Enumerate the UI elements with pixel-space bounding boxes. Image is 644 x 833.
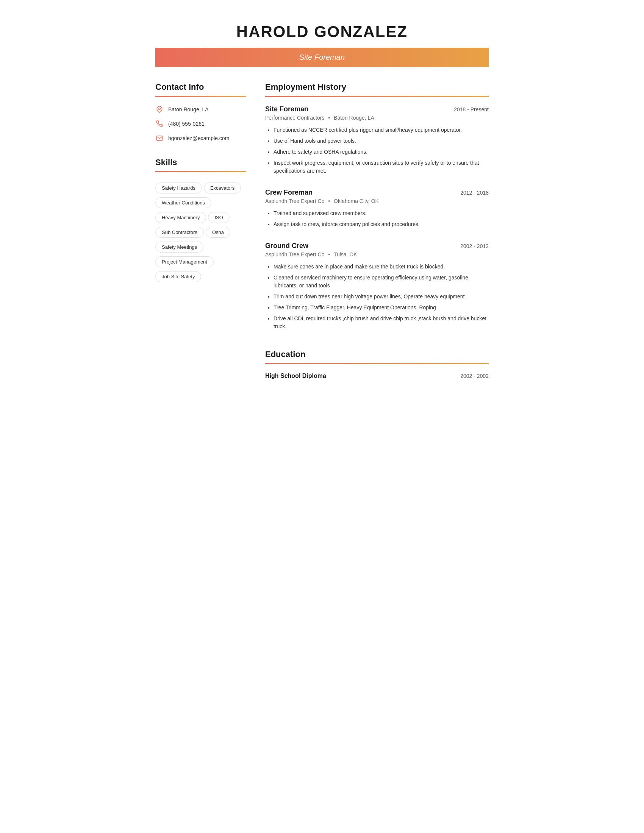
job-header: Site Foreman2018 - Present bbox=[265, 105, 489, 113]
job-title: Site Foreman bbox=[265, 105, 308, 113]
main-content: Employment History Site Foreman2018 - Pr… bbox=[265, 82, 489, 380]
contact-section: Contact Info Baton Rouge, LA bbox=[155, 82, 246, 142]
job-bullet: Trim and cut down trees near high voltag… bbox=[274, 293, 489, 301]
contact-divider bbox=[155, 96, 246, 97]
skill-tag: Osha bbox=[206, 227, 230, 238]
svg-point-0 bbox=[159, 108, 161, 110]
job-block: Site Foreman2018 - PresentPerformance Co… bbox=[265, 105, 489, 175]
contact-location: Baton Rouge, LA bbox=[155, 105, 246, 114]
email-icon bbox=[155, 134, 164, 142]
education-section-title: Education bbox=[265, 349, 489, 359]
skills-section: Skills Safety HazardsExcavatorsWeather C… bbox=[155, 158, 246, 284]
education-list: High School Diploma2002 - 2002 bbox=[265, 373, 489, 380]
edu-degree: High School Diploma bbox=[265, 373, 326, 380]
job-company: Performance Contractors • Baton Rouge, L… bbox=[265, 115, 489, 121]
job-bullet: Make sure cones are in place and make su… bbox=[274, 263, 489, 271]
job-bullet: Adhere to safety and OSHA regulations. bbox=[274, 148, 489, 156]
job-bullet: Assign task to crew, inforce company pol… bbox=[274, 220, 489, 228]
job-dates: 2018 - Present bbox=[454, 106, 489, 113]
job-bullet: Use of Hand tools and power tools. bbox=[274, 137, 489, 145]
employment-section-title: Employment History bbox=[265, 82, 489, 92]
job-bullets: Make sure cones are in place and make su… bbox=[265, 263, 489, 331]
skill-tag: Safety Meetings bbox=[155, 241, 203, 252]
education-section: Education High School Diploma2002 - 2002 bbox=[265, 349, 489, 380]
job-bullet: Drive all CDL required trucks ,chip brus… bbox=[274, 315, 489, 331]
edu-dates: 2002 - 2002 bbox=[460, 373, 489, 379]
page-title: HAROLD GONZALEZ bbox=[155, 23, 489, 41]
skills-section-title: Skills bbox=[155, 158, 246, 167]
job-bullet: Functioned as NCCER certified plus rigge… bbox=[274, 126, 489, 134]
skill-tag: Heavy Machinery bbox=[155, 212, 206, 223]
skills-divider bbox=[155, 171, 246, 172]
location-text: Baton Rouge, LA bbox=[168, 106, 209, 113]
job-company: Asplundh Tree Expert Co • Oklahoma City,… bbox=[265, 198, 489, 204]
phone-icon bbox=[155, 120, 164, 128]
edu-block: High School Diploma2002 - 2002 bbox=[265, 373, 489, 380]
skill-tag: Sub Contractors bbox=[155, 227, 204, 238]
skill-tag: Project Management bbox=[155, 256, 214, 267]
job-bullet: Inspect work progress, equipment, or con… bbox=[274, 159, 489, 175]
job-header: Ground Crew2002 - 2012 bbox=[265, 242, 489, 250]
job-bullets: Trained and supervised crew members.Assi… bbox=[265, 209, 489, 228]
contact-email: hgonzalez@example.com bbox=[155, 134, 246, 142]
job-bullet: Trained and supervised crew members. bbox=[274, 209, 489, 217]
job-bullet: Cleaned or serviced machinery to ensure … bbox=[274, 274, 489, 289]
employment-section: Employment History Site Foreman2018 - Pr… bbox=[265, 82, 489, 331]
job-dates: 2002 - 2012 bbox=[460, 243, 489, 249]
job-company: Asplundh Tree Expert Co • Tulsa, OK bbox=[265, 251, 489, 257]
skill-tag: Safety Hazards bbox=[155, 182, 202, 193]
email-text: hgonzalez@example.com bbox=[168, 135, 229, 141]
contact-section-title: Contact Info bbox=[155, 82, 246, 92]
contact-phone: (480) 555-0261 bbox=[155, 120, 246, 128]
job-title: Ground Crew bbox=[265, 242, 308, 250]
skills-list: Safety HazardsExcavatorsWeather Conditio… bbox=[155, 181, 246, 284]
location-icon bbox=[155, 105, 164, 114]
jobs-list: Site Foreman2018 - PresentPerformance Co… bbox=[265, 105, 489, 331]
education-divider bbox=[265, 363, 489, 364]
job-title: Crew Foreman bbox=[265, 188, 312, 196]
job-dates: 2012 - 2018 bbox=[460, 190, 489, 196]
skill-tag: Job Site Safety bbox=[155, 271, 201, 282]
job-header: Crew Foreman2012 - 2018 bbox=[265, 188, 489, 196]
job-block: Crew Foreman2012 - 2018Asplundh Tree Exp… bbox=[265, 188, 489, 228]
sidebar: Contact Info Baton Rouge, LA bbox=[155, 82, 246, 380]
job-block: Ground Crew2002 - 2012Asplundh Tree Expe… bbox=[265, 242, 489, 331]
skill-tag: Excavators bbox=[204, 182, 241, 193]
employment-divider bbox=[265, 96, 489, 97]
phone-text: (480) 555-0261 bbox=[168, 121, 204, 127]
skill-tag: ISO bbox=[208, 212, 229, 223]
job-title-bar: Site Foreman bbox=[155, 48, 489, 67]
job-bullet: Tree Trimming, Traffic Flagger, Heavy Eq… bbox=[274, 304, 489, 312]
skill-tag: Weather Conditions bbox=[155, 197, 211, 208]
job-bullets: Functioned as NCCER certified plus rigge… bbox=[265, 126, 489, 175]
